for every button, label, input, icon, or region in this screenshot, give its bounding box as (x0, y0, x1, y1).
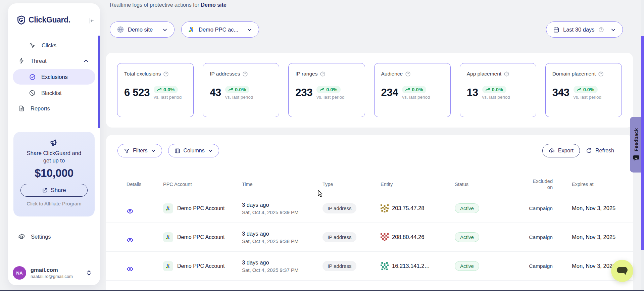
affiliate-program-link[interactable]: Click to Affiliate Program (13, 201, 95, 206)
site-selector-value: Demo site (128, 27, 153, 33)
col-header-ppc-account: PPC Account (163, 182, 242, 187)
sidebar-item-label: Threat (31, 58, 47, 64)
stat-caption: vs. last period (316, 95, 344, 100)
page-scrollbar-thumb[interactable] (641, 36, 644, 250)
stats-panel: Total exclusions 6 523 0.0% vs. last per… (106, 53, 633, 128)
ppc-account-dropdown[interactable]: Demo PPC ac... (181, 21, 259, 38)
table-row[interactable]: Demo PPC Account 3 days agoSat, Oct 4, 2… (106, 252, 633, 281)
feedback-label: Feedback (633, 128, 639, 151)
sidebar-nav: Clicks Threat Exclusions Blacklist (8, 38, 100, 116)
google-ads-icon (163, 203, 173, 213)
help-circle-icon[interactable] (320, 71, 326, 77)
google-ads-icon (188, 26, 195, 33)
columns-icon (175, 148, 180, 154)
table-header-row: Details PPC Account Time Type Entity Sta… (106, 175, 633, 194)
details-eye-icon[interactable] (127, 208, 163, 215)
stat-value: 6 523 (124, 86, 150, 99)
sidebar-item-exclusions[interactable]: Exclusions (13, 69, 95, 85)
help-circle-icon[interactable] (598, 71, 604, 77)
table-row[interactable]: Demo PPC Account 3 days agoSat, Oct 4, 2… (106, 223, 633, 252)
stat-title: Total exclusions (124, 71, 161, 77)
stat-delta-badge: 0.0% (154, 86, 178, 93)
chevron-down-icon (208, 148, 213, 153)
document-icon (18, 105, 25, 112)
sidebar-item-blacklist[interactable]: Blacklist (8, 85, 100, 101)
sidebar-item-settings[interactable]: Settings (8, 229, 100, 244)
details-eye-icon[interactable] (127, 237, 163, 244)
stat-value: 234 (381, 86, 398, 99)
export-button-label: Export (558, 148, 574, 154)
filters-button-label: Filters (133, 148, 148, 154)
type-badge: IP address (323, 232, 356, 242)
refresh-icon (586, 148, 592, 154)
sidebar-item-reports[interactable]: Reports (8, 101, 100, 116)
cursor-click-icon (29, 42, 36, 49)
excluded-on-value: Campaign (528, 205, 566, 211)
sidebar-divider (12, 256, 96, 256)
col-header-excluded-on: Excluded on (528, 178, 566, 190)
chevron-down-icon (162, 27, 167, 32)
help-circle-icon[interactable] (504, 71, 509, 77)
ppc-account-name: Demo PPC Account (177, 263, 225, 269)
col-header-details: Details (127, 182, 163, 187)
stat-delta-badge: 0.0% (316, 86, 341, 93)
page-subtitle: Realtime logs of protective actions for … (110, 2, 227, 8)
google-ads-icon (163, 232, 173, 242)
time-absolute: Sat, Oct 4, 2025 9:37 PM (242, 267, 323, 273)
expires-at-value: Mon, Nov 3, 2025 (566, 205, 633, 211)
stat-value: 233 (295, 86, 312, 99)
logo-text: ClickGuard. (29, 15, 70, 25)
time-relative: 3 days ago (242, 202, 323, 208)
stat-caption: vs. last period (225, 95, 253, 100)
share-button[interactable]: Share (20, 184, 88, 197)
sidebar-scrollbar[interactable] (98, 36, 100, 128)
share-button-label: Share (51, 187, 66, 194)
external-link-icon (42, 188, 48, 193)
cloud-download-icon (549, 148, 555, 154)
export-button[interactable]: Export (542, 144, 580, 157)
chevron-up-icon[interactable] (84, 58, 89, 63)
stat-caption: vs. last period (154, 95, 182, 100)
entity-value: 203.75.47.28 (392, 205, 424, 211)
columns-button-label: Columns (184, 148, 205, 154)
sidebar-item-threat[interactable]: Threat (8, 53, 100, 68)
trend-up-icon (229, 88, 233, 92)
excluded-on-value: Campaign (528, 234, 566, 240)
trend-up-icon (157, 88, 162, 92)
stat-title: IP addresses (210, 71, 240, 77)
stat-title: Domain placement (552, 71, 596, 77)
account-switcher[interactable]: NA gmail.com naatali.ro@gmail.com (13, 262, 97, 283)
feedback-tab[interactable]: Feedback (630, 117, 642, 173)
subtitle-text: Realtime logs of protective actions for (110, 2, 199, 8)
sidebar-item-label: Blacklist (41, 90, 62, 96)
chevron-down-icon (151, 148, 156, 153)
refresh-button[interactable]: Refresh (583, 144, 617, 157)
table-row[interactable]: Demo PPC Account 3 days agoSat, Oct 4, 2… (106, 194, 633, 223)
excluded-on-value: Campaign (528, 263, 566, 269)
help-circle-icon[interactable] (242, 71, 248, 77)
help-circle-icon[interactable] (405, 71, 411, 77)
lightning-icon (18, 57, 25, 64)
trend-up-icon (405, 88, 410, 92)
stat-card-total-exclusions: Total exclusions 6 523 0.0% vs. last per… (117, 63, 194, 117)
google-ads-icon (163, 261, 173, 271)
stat-delta-badge: 0.0% (482, 86, 506, 93)
promo-amount: $10,000 (13, 167, 95, 180)
site-selector-dropdown[interactable]: Demo site (110, 21, 175, 38)
columns-button[interactable]: Columns (168, 144, 219, 157)
trend-up-icon (486, 88, 490, 92)
expires-at-value: Mon, Nov 3, 2025 (566, 234, 633, 240)
sidebar-item-clicks[interactable]: Clicks (8, 38, 100, 53)
col-header-entity: Entity (381, 182, 455, 187)
col-header-time: Time (242, 182, 323, 187)
sidebar-collapse-icon[interactable] (88, 17, 95, 24)
table-row-partial[interactable]: 3 days ago (106, 281, 633, 291)
details-eye-icon[interactable] (127, 265, 163, 273)
globe-icon (117, 26, 124, 33)
entity-identicon (381, 233, 389, 241)
stat-value: 343 (552, 86, 569, 99)
chat-launcher-button[interactable] (611, 260, 633, 282)
date-range-dropdown[interactable]: Last 30 days (546, 21, 623, 38)
help-circle-icon[interactable] (163, 71, 169, 77)
filters-button[interactable]: Filters (117, 144, 162, 157)
